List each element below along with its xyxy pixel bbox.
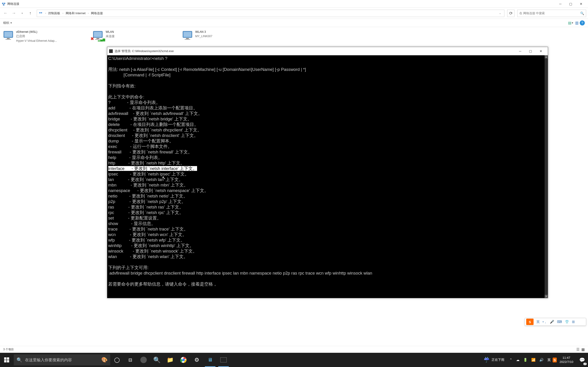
view-options-button[interactable]: ▤▼ (568, 20, 574, 26)
chevron-right-icon[interactable]: › (43, 12, 48, 15)
onedrive-icon[interactable]: ☁ (514, 358, 521, 362)
minimize-button[interactable]: ─ (515, 47, 525, 55)
cmd-line[interactable]: advfirewall bridge dhcpclient dnsclient … (108, 270, 544, 276)
search-input[interactable] (519, 11, 580, 15)
ime-voice-icon[interactable]: 🎤 (548, 320, 556, 324)
cmd-line[interactable]: 若需要命令的更多帮助信息，请键入命令，接着是空格， (108, 282, 544, 287)
cmd-line[interactable]: p2p - 更改到 `netsh p2p' 上下文。 (108, 199, 544, 204)
ime-keyboard-icon[interactable]: ⌨ (556, 320, 563, 324)
taskbar-app-everything[interactable]: 🔍 (150, 353, 164, 367)
cmd-line[interactable]: netio - 更改到 `netsh netio' 上下文。 (108, 193, 544, 199)
clock[interactable]: 11:47 2022/7/10 (557, 356, 576, 364)
taskbar-app-explorer[interactable]: 📁 (164, 353, 177, 367)
battery-icon[interactable]: 🔋 (521, 358, 529, 362)
close-button[interactable]: ✕ (536, 47, 546, 55)
cmd-line[interactable]: ras - 更改到 `netsh ras' 上下文。 (108, 204, 544, 210)
search-box[interactable]: 🔍 (517, 10, 586, 17)
weather-widget[interactable]: ☔ 正在下雨 (480, 357, 508, 363)
details-view-button[interactable]: ☰ (576, 347, 579, 352)
volume-icon[interactable]: 🔊 (537, 358, 545, 362)
cmd-line[interactable]: set - 更新配置设置。 (108, 215, 544, 221)
chevron-right-icon[interactable]: › (86, 12, 90, 15)
scroll-down-button[interactable]: ▼ (545, 295, 548, 298)
network-adapter-item[interactable]: vEthernet (WSL) 已启用 Hyper-V Virtual Ethe… (3, 30, 88, 43)
cmd-line[interactable] (108, 89, 544, 94)
network-adapter-item[interactable]: WLAN 3 MY_LINK007 (182, 30, 267, 43)
maximize-button[interactable]: ▢ (525, 47, 536, 55)
ime-skin-icon[interactable]: 👕 (563, 320, 571, 324)
taskbar-app[interactable] (137, 353, 150, 367)
cmd-line[interactable]: 用法: netsh [-a AliasFile] [-c Context] [-… (108, 67, 544, 72)
cmd-line[interactable]: namespace - 更改到 `netsh namespace' 上下文。 (108, 188, 544, 193)
cmd-line[interactable]: advfirewall - 更改到 `netsh advfirewall' 上下… (108, 111, 544, 116)
explorer-titlebar[interactable]: 网络连接 ─ ▢ ✕ (0, 0, 588, 8)
ime-punct-icon[interactable]: •， (541, 320, 548, 324)
taskbar-app-monitor[interactable]: 🖥 (204, 353, 217, 367)
maximize-button[interactable]: ▢ (565, 0, 576, 8)
notifications-button[interactable]: 💬 2 (576, 353, 588, 367)
cmd-line[interactable]: 下列的子上下文可用: (108, 265, 544, 270)
cmd-line[interactable]: wlan - 更改到 `netsh wlan' 上下文。 (108, 254, 544, 259)
cmd-line[interactable]: dnsclient - 更改到 `netsh dnsclient' 上下文。 (108, 133, 544, 138)
cmd-line[interactable]: C:\Users\Administrator>netsh ? (108, 56, 544, 61)
preview-pane-button[interactable]: ▥ (574, 20, 580, 26)
cortana-button[interactable]: ◯ (110, 353, 124, 367)
breadcrumb[interactable]: › 控制面板 › 网络和 Internet › 网络连接 ⌄ (37, 10, 504, 17)
cmd-line[interactable] (108, 78, 544, 83)
cmd-line[interactable]: wcn - 更改到 `netsh wcn' 上下文。 (108, 232, 544, 237)
ime-lang[interactable]: 英 (535, 320, 541, 324)
cmd-line[interactable]: winhttp - 更改到 `netsh winhttp' 上下文。 (108, 243, 544, 248)
minimize-button[interactable]: ─ (555, 0, 565, 8)
cmd-line[interactable]: http - 更改到 `netsh http' 上下文。 (108, 160, 544, 166)
cmd-line[interactable]: exec - 运行一个脚本文件。 (108, 144, 544, 149)
back-button[interactable]: ← (2, 10, 9, 17)
sogou-tray-icon[interactable]: S (553, 358, 557, 362)
start-button[interactable] (0, 353, 13, 367)
cmd-line[interactable]: help - 显示命令列表。 (108, 155, 544, 160)
wifi-icon[interactable]: 📶 (529, 358, 537, 362)
help-button[interactable]: ? (580, 20, 585, 25)
recent-dropdown[interactable]: ▾ (18, 10, 26, 17)
cmd-line[interactable] (108, 276, 544, 282)
ime-toolbox-icon[interactable]: ⊞ (571, 320, 576, 324)
breadcrumb-item[interactable]: 网络和 Internet (65, 11, 86, 15)
cmd-line[interactable]: rpc - 更改到 `netsh rpc' 上下文。 (108, 210, 544, 215)
cmd-line[interactable]: interface - 更改到 `netsh interface' 上下文。 (108, 166, 544, 171)
cmd-line[interactable]: winsock - 更改到 `netsh winsock' 上下文。 (108, 248, 544, 254)
cmd-line[interactable]: mbn - 更改到 `netsh mbn' 上下文。 (108, 182, 544, 188)
task-view-button[interactable]: ⊟ (124, 353, 137, 367)
cmd-line[interactable]: delete - 在项目列表上删除一个配置项目。 (108, 122, 544, 127)
cmd-line[interactable]: 此上下文中的命令: (108, 94, 544, 100)
taskbar-app-cmd[interactable] (217, 353, 230, 367)
taskbar-app-settings[interactable]: ⚙ (190, 353, 204, 367)
cmd-line[interactable]: dhcpclient - 更改到 `netsh dhcpclient' 上下文。 (108, 127, 544, 133)
refresh-button[interactable]: ⟳ (507, 10, 515, 17)
cmd-line[interactable]: show - 显示信息。 (108, 221, 544, 226)
cmd-line[interactable] (108, 61, 544, 67)
search-icon[interactable]: 🔍 (580, 11, 584, 15)
cmd-line[interactable]: 下列指令有效: (108, 83, 544, 89)
up-button[interactable]: ↑ (27, 10, 34, 17)
cmd-line[interactable] (108, 259, 544, 265)
cmd-line[interactable]: lan - 更改到 `netsh lan' 上下文。 (108, 177, 544, 182)
organize-menu[interactable]: 组织▼ (3, 21, 12, 25)
cmd-line[interactable]: ? - 显示命令列表。 (108, 100, 544, 105)
breadcrumb-item[interactable]: 控制面板 (48, 11, 61, 15)
cmd-line[interactable]: wfp - 更改到 `netsh wfp' 上下文。 (108, 237, 544, 243)
cmd-line[interactable]: ipsec - 更改到 `netsh ipsec' 上下文。 (108, 171, 544, 177)
cmd-output[interactable]: C:\Users\Administrator>netsh ? 用法: netsh… (107, 55, 545, 298)
network-adapter-item[interactable]: ✖ ▂▄▆ WLAN 未连接 (92, 30, 177, 43)
breadcrumb-item[interactable]: 网络连接 (90, 11, 103, 15)
sogou-logo-icon[interactable]: S (526, 319, 534, 325)
cmd-line[interactable]: bridge - 更改到 `netsh bridge' 上下文。 (108, 116, 544, 122)
cmd-line[interactable]: dump - 显示一个配置脚本。 (108, 138, 544, 144)
taskbar-search[interactable]: 🔍 在这里输入你要搜索的内容 🎨 (14, 354, 110, 365)
breadcrumb-dropdown[interactable]: ⌄ (497, 12, 503, 15)
cmd-line[interactable]: [Command | -f ScriptFile] (108, 72, 544, 78)
taskbar-app-chrome[interactable] (177, 353, 190, 367)
cmd-titlebar[interactable]: 选择 管理员: C:\Windows\system32\cmd.exe ─ ▢ … (107, 47, 548, 55)
cmd-line[interactable]: firewall - 更改到 `netsh firewall' 上下文。 (108, 149, 544, 155)
tray-overflow-button[interactable]: ⌃ (508, 358, 514, 362)
cmd-line[interactable]: trace - 更改到 `netsh trace' 上下文。 (108, 226, 544, 232)
icons-view-button[interactable]: ▦ (581, 347, 585, 352)
